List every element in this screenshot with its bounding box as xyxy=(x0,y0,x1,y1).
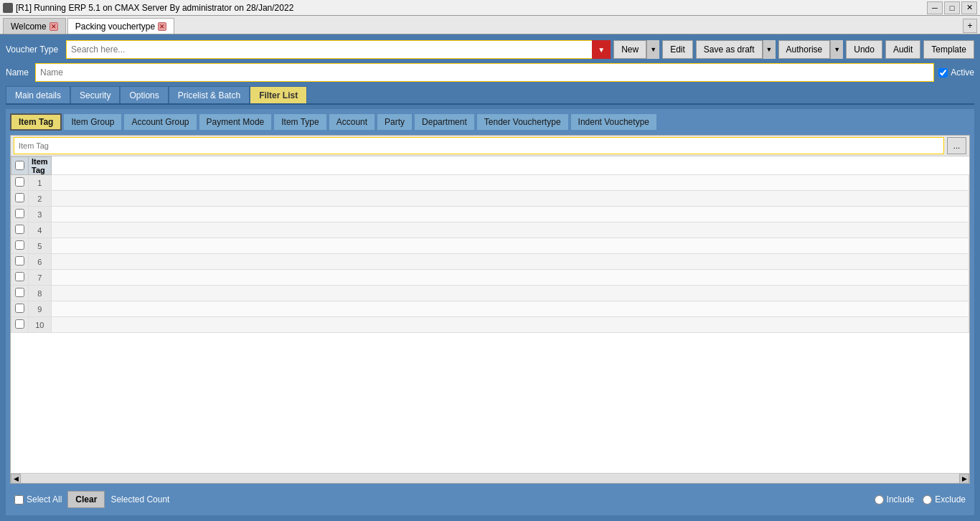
row-checkbox[interactable] xyxy=(15,193,24,202)
exclude-option: Exclude xyxy=(923,494,966,504)
authorise-btn-group: Authorise ▼ xyxy=(778,40,844,59)
authorise-arrow-btn[interactable]: ▼ xyxy=(830,40,843,59)
tab-filter-list[interactable]: Filter List xyxy=(250,86,307,103)
exclude-label: Exclude xyxy=(935,494,966,504)
row-checkbox[interactable] xyxy=(15,177,24,187)
sub-tabs-row: Item Tag Item Group Account Group Paymen… xyxy=(10,113,970,131)
row-item-tag xyxy=(51,254,969,270)
table-body: 1 2 3 4 5 xyxy=(11,175,969,333)
active-checkbox[interactable] xyxy=(938,68,948,78)
row-checkbox[interactable] xyxy=(15,288,24,297)
new-btn-group: New ▼ xyxy=(613,40,659,59)
table-row: 1 xyxy=(11,175,969,191)
main-content: Voucher Type ▼ New ▼ Edit Save as draft … xyxy=(0,34,980,521)
save-draft-btn-group: Save as draft ▼ xyxy=(696,40,776,59)
tab-welcome-close[interactable]: ✕ xyxy=(50,22,58,31)
row-checkbox[interactable] xyxy=(15,272,24,281)
sub-tab-party[interactable]: Party xyxy=(377,113,413,131)
sub-tab-payment-mode[interactable]: Payment Mode xyxy=(199,113,273,131)
browse-btn[interactable]: ... xyxy=(947,137,966,154)
tab-pricelist-batch[interactable]: Pricelist & Batch xyxy=(169,86,250,103)
title-bar-left: [R1] Running ERP 5.1 on CMAX Server By a… xyxy=(3,3,293,13)
search-box-wrapper: ▼ xyxy=(66,40,611,59)
scroll-right-btn[interactable]: ▶ xyxy=(959,474,969,484)
table-row: 7 xyxy=(11,270,969,286)
tab-options[interactable]: Options xyxy=(120,86,168,103)
row-checkbox[interactable] xyxy=(15,304,24,313)
tab-main-details[interactable]: Main details xyxy=(6,86,70,103)
tab-add-btn[interactable]: + xyxy=(963,19,977,33)
authorise-btn[interactable]: Authorise xyxy=(778,40,831,59)
row-number: 4 xyxy=(29,222,52,238)
save-draft-btn[interactable]: Save as draft xyxy=(696,40,763,59)
save-draft-arrow-btn[interactable]: ▼ xyxy=(763,40,776,59)
row-checkbox-cell xyxy=(11,286,29,301)
row-item-tag xyxy=(51,317,969,333)
row-checkbox[interactable] xyxy=(15,209,24,218)
row-item-tag xyxy=(51,286,969,301)
sub-tab-tender-vouchertype[interactable]: Tender Vouchertype xyxy=(476,113,569,131)
tab-packing[interactable]: Packing vouchertype ✕ xyxy=(67,18,174,34)
name-input[interactable] xyxy=(35,63,934,82)
filter-input[interactable] xyxy=(14,137,944,154)
scroll-left-btn[interactable]: ◀ xyxy=(11,474,21,484)
row-checkbox[interactable] xyxy=(15,319,24,329)
select-all-label: Select All xyxy=(27,494,62,504)
row-checkbox-cell xyxy=(11,254,29,270)
row-checkbox-cell xyxy=(11,301,29,317)
sub-tab-indent-vouchetype[interactable]: Indent Vouchetype xyxy=(570,113,657,131)
row-checkbox-cell xyxy=(11,238,29,254)
maximize-btn[interactable]: □ xyxy=(944,1,960,14)
select-all-checkbox[interactable] xyxy=(14,495,24,504)
app-icon xyxy=(3,3,13,13)
edit-btn[interactable]: Edit xyxy=(662,40,693,59)
sub-tab-department[interactable]: Department xyxy=(414,113,475,131)
table-container: ... Item Tag 1 xyxy=(10,135,970,484)
table-row: 5 xyxy=(11,238,969,254)
row-item-tag xyxy=(51,270,969,286)
tab-packing-close[interactable]: ✕ xyxy=(158,22,166,31)
search-dropdown-btn[interactable]: ▼ xyxy=(592,40,611,59)
row-checkbox-cell xyxy=(11,317,29,333)
tab-bar: Welcome ✕ Packing vouchertype ✕ + xyxy=(0,16,980,34)
audit-btn[interactable]: Audit xyxy=(885,40,920,59)
search-input[interactable] xyxy=(66,40,611,59)
sub-tab-item-type[interactable]: Item Type xyxy=(273,113,326,131)
table-row: 9 xyxy=(11,301,969,317)
tab-security[interactable]: Security xyxy=(70,86,120,103)
sub-tab-item-group[interactable]: Item Group xyxy=(63,113,122,131)
exclude-radio[interactable] xyxy=(923,495,932,504)
row-checkbox-cell xyxy=(11,207,29,222)
include-option: Include xyxy=(875,494,915,504)
title-bar: [R1] Running ERP 5.1 on CMAX Server By a… xyxy=(0,0,980,16)
sub-tab-account[interactable]: Account xyxy=(329,113,375,131)
table-row: 4 xyxy=(11,222,969,238)
include-label: Include xyxy=(887,494,915,504)
sub-tab-item-tag[interactable]: Item Tag xyxy=(10,113,62,131)
row-number: 2 xyxy=(29,191,52,207)
sub-tab-account-group[interactable]: Account Group xyxy=(123,113,197,131)
row-checkbox-cell xyxy=(11,222,29,238)
voucher-type-label: Voucher Type xyxy=(6,44,63,55)
row-checkbox[interactable] xyxy=(15,240,24,250)
new-arrow-btn[interactable]: ▼ xyxy=(646,40,659,59)
minimize-btn[interactable]: ─ xyxy=(927,1,943,14)
row-checkbox[interactable] xyxy=(15,256,24,266)
header-checkbox[interactable] xyxy=(15,161,24,170)
tab-welcome[interactable]: Welcome ✕ xyxy=(3,18,66,34)
window-title: [R1] Running ERP 5.1 on CMAX Server By a… xyxy=(16,3,293,13)
undo-btn[interactable]: Undo xyxy=(846,40,882,59)
row-checkbox-cell xyxy=(11,191,29,207)
nav-tabs-row: Main details Security Options Pricelist … xyxy=(6,86,974,105)
include-radio[interactable] xyxy=(875,495,884,504)
row-number: 7 xyxy=(29,270,52,286)
row-checkbox-cell xyxy=(11,270,29,286)
title-bar-controls: ─ □ ✕ xyxy=(927,1,977,14)
clear-btn[interactable]: Clear xyxy=(67,491,105,508)
active-label: Active xyxy=(951,67,974,78)
close-btn[interactable]: ✕ xyxy=(961,1,977,14)
row-checkbox[interactable] xyxy=(15,225,24,234)
template-btn[interactable]: Template xyxy=(923,40,974,59)
item-tag-table: Item Tag 1 2 3 xyxy=(11,156,969,333)
new-btn[interactable]: New xyxy=(613,40,646,59)
